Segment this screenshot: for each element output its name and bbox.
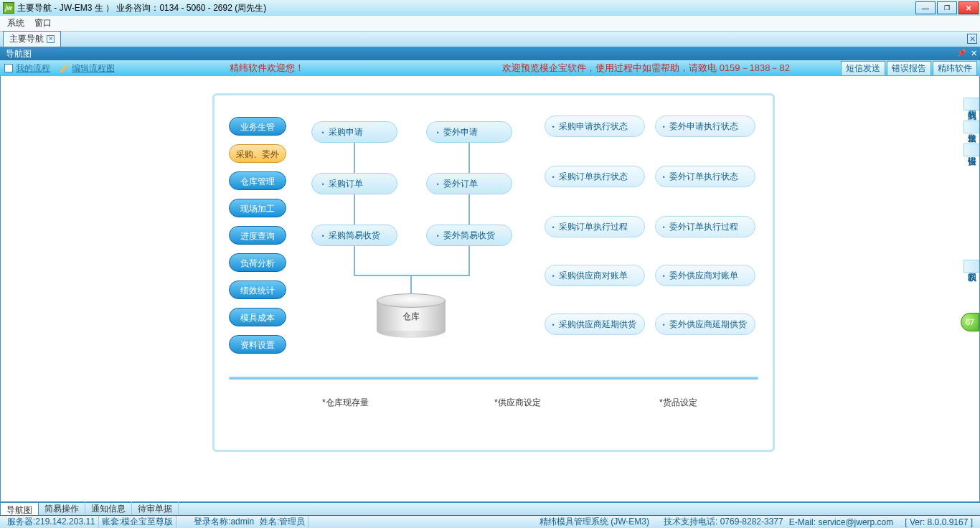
cat-load[interactable]: 负荷分析	[229, 253, 286, 272]
app-icon: jw	[3, 2, 14, 14]
my-flow-label: 我的流程	[16, 62, 50, 75]
node-purchase-apply[interactable]: 采购申请	[311, 121, 397, 143]
vtab-contact[interactable]: 联系我们	[963, 260, 979, 273]
minimize-button[interactable]: —	[915, 1, 936, 14]
warehouse-label: 仓库	[377, 311, 446, 323]
node-psup-late[interactable]: 采购供应商延期供货	[545, 314, 645, 335]
subtab-notify[interactable]: 通知信息	[85, 501, 132, 517]
toolbar: 我的流程 编辑流程图 精纬软件欢迎您！ 欢迎预览模企宝软件，使用过程中如需帮助，…	[0, 60, 980, 76]
menu-system[interactable]: 系统	[7, 17, 24, 29]
vtab-sms[interactable]: 短信发送	[963, 121, 979, 133]
status-account: 账套:模企宝至尊版	[99, 516, 176, 528]
flow-canvas: 业务生管 采购、委外 仓库管理 现场加工 进度查询 负荷分析 绩效统计 模具成本…	[212, 93, 775, 452]
link-goods[interactable]: *货品设定	[659, 397, 697, 409]
cat-data[interactable]: 资料设置	[229, 335, 286, 354]
bottom-tabs: 导航图 简易操作 通知信息 待审单据	[0, 502, 980, 515]
category-column: 业务生管 采购、委外 仓库管理 现场加工 进度查询 负荷分析 绩效统计 模具成本…	[229, 117, 286, 354]
doc-tab-label: 主要导航	[9, 33, 44, 45]
vtab-error[interactable]: 错误报告	[963, 143, 979, 156]
error-report-button[interactable]: 错误报告	[887, 61, 931, 76]
link-stock[interactable]: *仓库现存量	[322, 397, 369, 409]
status-support: 技术支持电话: 0769-8282-3377	[661, 516, 786, 528]
cat-progress[interactable]: 进度查询	[229, 226, 286, 245]
node-osup-late[interactable]: 委外供应商延期供货	[655, 314, 755, 335]
subtab-pending[interactable]: 待审单据	[132, 501, 179, 517]
maximize-button[interactable]: ❐	[937, 1, 957, 14]
my-flow-link[interactable]: 我的流程	[4, 62, 50, 75]
status-name: 姓名:管理员	[257, 516, 308, 528]
marquee-text: 欢迎预览模企宝软件，使用过程中如需帮助，请致电 0159－1838－82	[502, 62, 790, 75]
panel-title: 导航图	[6, 48, 32, 60]
node-osup-recon[interactable]: 委外供应商对账单	[655, 265, 755, 286]
window-title: 主要导航 - JW-EM3 生 ） 业务咨询：0134 - 5060 - 269…	[17, 2, 266, 14]
node-oo-status[interactable]: 委外订单执行状态	[655, 166, 755, 187]
status-server: 服务器:219.142.203.11	[4, 516, 99, 528]
panel-header: 导航图 📌 ✕	[0, 47, 980, 60]
cat-cost[interactable]: 模具成本	[229, 308, 286, 326]
connector	[410, 275, 412, 295]
status-bar: 服务器:219.142.203.11 账套:模企宝至尊版 登录名称:admin …	[0, 515, 980, 528]
edit-flow-label: 编辑流程图	[72, 62, 115, 75]
doc-tab-close-icon[interactable]: ✕	[47, 35, 55, 43]
sms-button[interactable]: 短信发送	[841, 61, 885, 76]
node-outsource-apply[interactable]: 委外申请	[426, 121, 512, 143]
notification-badge[interactable]: 67	[961, 313, 979, 331]
connector	[354, 143, 355, 173]
doc-tab-main-nav[interactable]: 主要导航 ✕	[3, 31, 61, 47]
document-tab-row: 主要导航 ✕ ✕	[0, 32, 980, 47]
node-purchase-order[interactable]: 采购订单	[311, 173, 397, 194]
connector	[468, 246, 470, 275]
node-pa-status[interactable]: 采购申请执行状态	[545, 116, 645, 137]
connector	[354, 246, 355, 275]
node-psup-recon[interactable]: 采购供应商对账单	[545, 265, 645, 286]
cat-onsite[interactable]: 现场加工	[229, 199, 286, 217]
status-version: [ Ver: 8.0.0.9167 ]	[902, 517, 976, 527]
status-email: E-Mail: service@jwerp.com	[786, 517, 897, 527]
cat-business[interactable]: 业务生管	[229, 117, 286, 136]
cat-perf[interactable]: 绩效统计	[229, 280, 286, 299]
vtab-my-flow[interactable]: 我的流程	[963, 98, 979, 110]
warehouse-cylinder[interactable]: 仓库	[377, 293, 446, 338]
node-po-process[interactable]: 采购订单执行过程	[545, 216, 645, 237]
menu-bar: 系统 窗口	[0, 16, 980, 32]
workspace: 业务生管 采购、委外 仓库管理 现场加工 进度查询 负荷分析 绩效统计 模具成本…	[0, 76, 980, 502]
node-outsource-receive[interactable]: 委外简易收货	[426, 225, 512, 246]
node-outsource-order[interactable]: 委外订单	[426, 173, 512, 194]
edit-flow-link[interactable]: 编辑流程图	[60, 62, 115, 75]
section-divider	[229, 377, 758, 380]
square-icon	[4, 64, 13, 72]
panel-close-icon[interactable]: ✕	[971, 49, 977, 58]
status-product: 精纬模具管理系统 (JW-EM3)	[537, 516, 652, 528]
tabrow-close-icon[interactable]: ✕	[967, 34, 977, 44]
node-oa-status[interactable]: 委外申请执行状态	[655, 116, 755, 137]
node-purchase-receive[interactable]: 采购简易收货	[311, 225, 397, 246]
connector	[468, 143, 470, 173]
connector	[354, 194, 355, 225]
title-bar: jw 主要导航 - JW-EM3 生 ） 业务咨询：0134 - 5060 - …	[0, 0, 980, 16]
jw-button[interactable]: 精纬软件	[933, 61, 977, 76]
cat-purchase[interactable]: 采购、委外	[229, 144, 286, 163]
cat-warehouse[interactable]: 仓库管理	[229, 171, 286, 190]
status-login: 登录名称:admin	[191, 516, 257, 528]
link-supplier[interactable]: *供应商设定	[494, 397, 541, 409]
close-button[interactable]: ✕	[958, 1, 979, 14]
menu-window[interactable]: 窗口	[34, 17, 52, 29]
pencil-icon	[60, 64, 69, 72]
node-po-status[interactable]: 采购订单执行状态	[545, 166, 645, 187]
node-oo-process[interactable]: 委外订单执行过程	[655, 216, 755, 237]
welcome-text: 精纬软件欢迎您！	[230, 62, 304, 75]
connector	[468, 194, 470, 225]
pin-icon[interactable]: 📌	[957, 49, 966, 57]
connector	[354, 275, 470, 276]
subtab-simple[interactable]: 简易操作	[39, 501, 85, 517]
right-sidebar: 我的流程 短信发送 错误报告 联系我们	[963, 98, 979, 273]
